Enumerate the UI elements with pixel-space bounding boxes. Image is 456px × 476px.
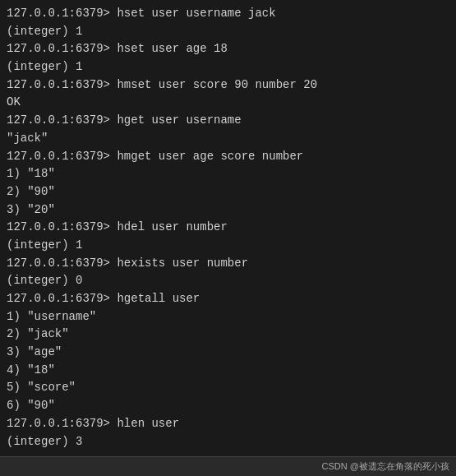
terminal-prompt-line: 127.0.0.1:6379> hexists user number — [7, 255, 449, 273]
terminal-result-line: 1) "username" — [7, 308, 449, 326]
terminal-result-line: 3) "20" — [7, 201, 449, 220]
terminal-prompt-line: 127.0.0.1:6379> hmset user score 90 numb… — [7, 76, 449, 95]
terminal-prompt-line: 127.0.0.1:6379> hgetall user — [7, 290, 449, 308]
terminal-prompt-line: 127.0.0.1:6379> hlen user — [7, 415, 449, 433]
terminal-result-line: (integer) 1 — [7, 23, 449, 41]
footer-bar: CSDN @被遗忘在角落的死小孩 — [0, 456, 456, 476]
terminal-result-line: 3) "age" — [7, 344, 449, 362]
terminal-result-line: OK — [7, 94, 449, 112]
terminal: 127.0.0.1:6379> hset user username jack(… — [0, 0, 456, 456]
terminal-prompt-line: 127.0.0.1:6379> hmget user age score num… — [7, 148, 449, 166]
terminal-prompt-line: 127.0.0.1:6379> hset user username jack — [7, 5, 449, 23]
terminal-result-line: (integer) 3 — [7, 433, 449, 451]
footer-text: CSDN @被遗忘在角落的死小孩 — [322, 460, 449, 473]
terminal-result-line: (integer) 0 — [7, 272, 449, 290]
terminal-result-line: 2) "90" — [7, 183, 449, 201]
terminal-prompt-line: 127.0.0.1:6379> hget user username — [7, 112, 449, 130]
terminal-result-line: 1) "18" — [7, 165, 449, 183]
terminal-result-line: 4) "18" — [7, 362, 449, 380]
terminal-result-line: "jack" — [7, 130, 449, 148]
terminal-prompt-line: 127.0.0.1:6379> hdel user number — [7, 219, 449, 237]
terminal-result-line: (integer) 1 — [7, 58, 449, 76]
terminal-result-line: 2) "jack" — [7, 326, 449, 344]
terminal-result-line: (integer) 1 — [7, 237, 449, 255]
terminal-result-line: 5) "score" — [7, 379, 449, 397]
terminal-result-line: 6) "90" — [7, 397, 449, 415]
terminal-prompt-line: 127.0.0.1:6379> hset user age 18 — [7, 40, 449, 58]
